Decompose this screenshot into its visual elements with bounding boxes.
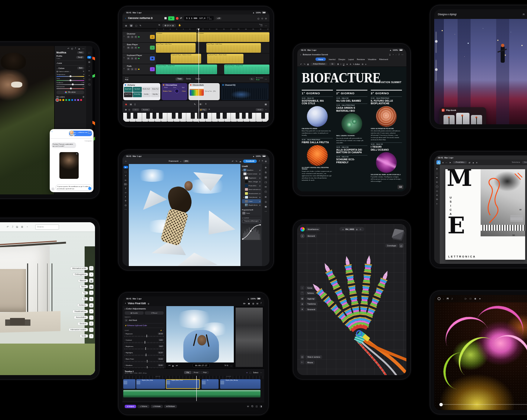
ps-tool-icon[interactable]: ✏ (125, 179, 127, 181)
decay-knob[interactable]: Decay Time (205, 91, 212, 92)
pencil-icon[interactable]: ✎ (194, 103, 196, 105)
edit-icon[interactable]: ✎ (87, 56, 91, 59)
export-icon[interactable]: ⤴ (259, 160, 260, 162)
plugin-power-icon[interactable] (125, 84, 126, 86)
midi-region[interactable]: Bass Player - Indie Disco (156, 43, 196, 53)
layer-visibility-icon[interactable]: ◉ (259, 200, 261, 202)
scale-button[interactable]: Scale (256, 108, 263, 111)
audio-track[interactable] (123, 390, 261, 397)
layer-row[interactable]: Boos...chegge◉ (242, 180, 261, 184)
share-icon[interactable]: ⤴ (75, 47, 76, 50)
automation-state[interactable]: AutomationRead (256, 77, 263, 81)
isolate-icon[interactable]: ⊖ (360, 228, 361, 230)
tool-animate[interactable]: ◇ Animate (151, 405, 163, 408)
s-button[interactable]: S (131, 68, 134, 70)
photo-canvas[interactable] (0, 46, 54, 194)
document-page[interactable]: BIOFACTURE INNOVATION SUMMIT 1° GIORNO14… (297, 67, 406, 191)
black-key[interactable] (146, 113, 150, 119)
song-title[interactable]: Canzone notturna ⊙ (128, 17, 153, 20)
poster-artboard[interactable]: M USICA E LETTRONICA AV SO (445, 169, 526, 260)
inspector-tab-sends[interactable]: Sends (184, 78, 193, 81)
loops-icon[interactable]: ▤ (130, 103, 132, 105)
ribbon-tab-riferimenti[interactable]: Riferimenti (379, 58, 388, 60)
timeline-clip[interactable] (123, 379, 135, 389)
ps-tool-icon[interactable]: ◐ (125, 196, 127, 198)
slider-thumb[interactable] (72, 83, 73, 85)
count-in-chip[interactable]: ⊲34 (216, 17, 222, 20)
black-key[interactable] (248, 113, 252, 119)
style-value[interactable]: Clean (182, 90, 186, 92)
midi-region[interactable]: Keyboard Player - Simple Pad (224, 65, 269, 74)
redo-icon[interactable]: ↷ (235, 160, 237, 163)
play-button[interactable]: ▶ (168, 16, 174, 20)
lock-icon[interactable]: ◦ (152, 109, 153, 111)
black-key[interactable] (159, 113, 163, 119)
adjust-slider[interactable]: ◦ Shadows15.31 (125, 364, 164, 368)
black-key[interactable] (204, 113, 207, 119)
bw-button[interactable]: B&N (77, 67, 84, 69)
notify-icon[interactable]: ◔ (26, 226, 28, 228)
preset-cell[interactable]: Bright Arp (151, 92, 160, 98)
group-caret-icon[interactable]: ▾ (243, 196, 244, 198)
reset-button[interactable]: ↺ Reset (145, 311, 164, 315)
light-section[interactable]: LIGHT ⚡ ⌄ (125, 329, 164, 331)
import-icon[interactable]: ⊞ (256, 302, 258, 305)
share-icon[interactable]: ⤴ (451, 298, 452, 300)
search-icon[interactable]: ◌ (395, 53, 396, 56)
ps-tool-icon[interactable]: ▱ (125, 191, 127, 194)
edit-slider[interactable]: Saturazione+ 2 (56, 86, 84, 89)
layer-visibility-icon[interactable]: ◉ (259, 188, 261, 190)
color-mix-button[interactable]: Mix colore (56, 91, 84, 94)
undo-icon[interactable]: ↶ (7, 226, 9, 229)
home-icon[interactable]: ⌂ (125, 160, 127, 162)
tool-inspect[interactable]: ⧉ Inspect (125, 405, 136, 408)
ps-tool-icon[interactable]: ⬚ (125, 170, 127, 173)
r-button[interactable]: R (134, 46, 137, 49)
ps-panel-icon[interactable]: ▤ (265, 176, 267, 179)
drag-image-button[interactable]: Trascina sull'immagine (242, 220, 261, 223)
ps-panel-icon[interactable]: ✥ (265, 166, 266, 169)
mode-range[interactable]: Range (192, 371, 200, 374)
lock-icon[interactable]: ◦ (443, 298, 444, 300)
playhead[interactable] (199, 29, 199, 122)
m-button[interactable]: M (127, 68, 130, 70)
af-tool-icon[interactable]: ▭ (436, 190, 438, 192)
modellazione-chip[interactable]: Modellazione (300, 227, 320, 232)
overwrite-icon[interactable]: ◨ (260, 405, 262, 408)
plugin-power-icon[interactable] (190, 84, 192, 86)
panel-button-tag[interactable]: Tag◊ (82, 291, 94, 295)
edit-slider[interactable]: Tinta0 (56, 78, 84, 81)
plugin-chromaglow[interactable]: ChromaGlow ModelDriveStyle Modern Tube C… (161, 83, 187, 100)
ps-panel-icon[interactable]: ⊞ (265, 196, 266, 198)
af-tool-icon[interactable]: A (436, 194, 438, 196)
adjust-slider[interactable]: ◦ Brightness9.07 (125, 345, 164, 350)
panel-button-guida[interactable]: Guida? (80, 334, 94, 338)
art-canvas[interactable] (434, 295, 527, 410)
font-color-button[interactable]: A (350, 63, 351, 65)
close-icon[interactable]: ✕ (76, 153, 78, 155)
ps-panel-icon[interactable]: ▣ (265, 205, 267, 208)
color-dot[interactable] (62, 99, 64, 101)
underline-button[interactable]: U (343, 63, 344, 65)
panel-button-ammorbidisci[interactable]: Ammorbidisci◐ (74, 315, 94, 320)
history-chip[interactable]: Cronologia ◴ (385, 243, 403, 248)
info-icon[interactable]: ⓘ (88, 83, 91, 86)
slider-thumb[interactable] (145, 347, 146, 350)
export-icon[interactable]: ⤴ (12, 226, 13, 228)
brush-opacity-slider[interactable] (435, 60, 437, 81)
preset-cell[interactable]: Motion Pad (151, 87, 160, 92)
timeline-clip[interactable]: S... (202, 379, 219, 389)
s-button[interactable]: S (131, 57, 134, 60)
layer-row[interactable]: ▾Modifiche◉ (242, 168, 261, 172)
ps-tool-icon[interactable]: ◎ (125, 204, 127, 206)
octave-stepper[interactable]: ‹ 0 › (132, 108, 140, 111)
ps-tool-icon[interactable]: ⌦ (124, 183, 127, 186)
layer-visibility-icon[interactable]: ◉ (259, 185, 261, 187)
healing-icon[interactable]: ◌ (89, 65, 90, 68)
add-mask-button[interactable]: ＋ Add Mask (125, 319, 164, 322)
design-canvas[interactable]: M USICA E LETTRONICA AV SO (440, 165, 527, 264)
undo-icon[interactable]: ↶ (300, 63, 302, 65)
dismiss-keyboard-button[interactable]: ⌨ (397, 185, 403, 189)
group-caret-icon[interactable]: ▾ (242, 169, 243, 171)
layer-row[interactable]: Desaturazione giallo◉ (242, 191, 261, 196)
